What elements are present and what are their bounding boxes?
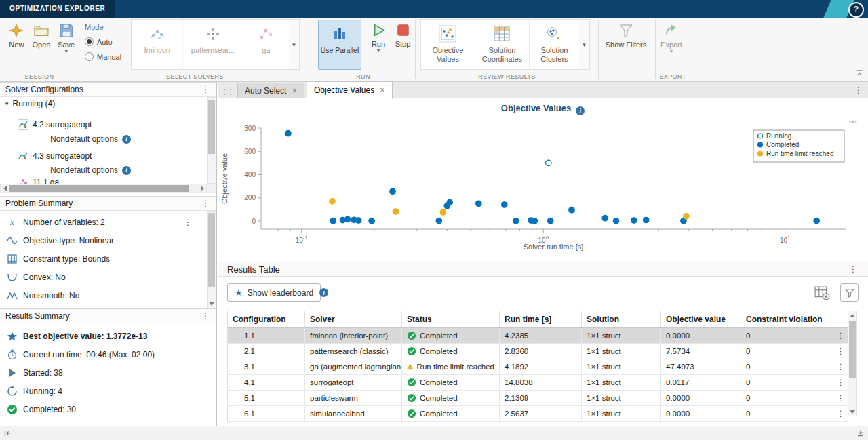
tab-strip-menu-icon[interactable]: ⋮ bbox=[853, 85, 864, 95]
run-dropdown-caret[interactable]: ▾ bbox=[377, 48, 380, 53]
help-button[interactable]: ? bbox=[848, 2, 864, 18]
save-dropdown-caret[interactable]: ▾ bbox=[65, 49, 68, 54]
run-time-cell[interactable]: 2.1309 bbox=[500, 391, 582, 406]
close-icon[interactable]: × bbox=[380, 87, 385, 94]
objective-value-cell[interactable]: 0.0000 bbox=[661, 406, 741, 422]
constraint-violation-cell[interactable]: 0 bbox=[741, 406, 833, 422]
solution-cell[interactable]: 1×1 struct bbox=[582, 406, 661, 422]
show-filters-button[interactable]: Show Filters bbox=[599, 18, 653, 49]
results-table-header[interactable]: Results Table ⋮ bbox=[218, 262, 868, 277]
configuration-cell[interactable]: 5.1 bbox=[228, 391, 305, 406]
radio-manual[interactable]: Manual bbox=[85, 52, 121, 61]
tree-item-surrogateopt-42[interactable]: 4.2 surrogateopt bbox=[18, 119, 92, 130]
configuration-cell[interactable]: 6.1 bbox=[228, 406, 305, 422]
status-cell[interactable]: Completed bbox=[402, 328, 500, 344]
scroll-right-arrow[interactable] bbox=[198, 184, 206, 193]
row-menu-icon[interactable]: ⋮ bbox=[833, 344, 848, 359]
solver-cell[interactable]: ga (augmented lagrangian) bbox=[305, 359, 402, 375]
gallery-item-objective-values[interactable]: ObjectiveValues bbox=[421, 20, 475, 69]
constraint-violation-cell[interactable]: 0 bbox=[741, 344, 833, 359]
run-time-cell[interactable]: 2.8360 bbox=[500, 344, 582, 359]
constraint-violation-cell[interactable]: 0 bbox=[741, 328, 833, 344]
objective-value-cell[interactable]: 47.4973 bbox=[661, 359, 741, 375]
solver-cell[interactable]: particleswarm bbox=[305, 391, 402, 406]
constraint-violation-cell[interactable]: 0 bbox=[741, 391, 833, 406]
scrollbar-thumb[interactable] bbox=[208, 100, 215, 154]
row-menu-icon[interactable]: ⋮ bbox=[833, 391, 848, 406]
chevron-down-icon[interactable]: ▾ bbox=[5, 100, 9, 107]
toolstrip-collapse-button[interactable] bbox=[855, 69, 864, 79]
scrollbar-thumb[interactable] bbox=[849, 321, 856, 378]
close-icon[interactable]: × bbox=[292, 87, 297, 94]
export-dropdown-caret[interactable]: ▾ bbox=[670, 49, 673, 54]
use-parallel-toggle[interactable]: Use Parallel bbox=[318, 20, 361, 70]
tab-strip-handle-icon[interactable]: ⋮⋮ bbox=[218, 88, 235, 98]
tree-horizontal-scrollbar[interactable] bbox=[0, 184, 207, 193]
new-button[interactable]: New bbox=[4, 18, 29, 54]
group-running[interactable]: ▾ Running (4) bbox=[5, 99, 55, 108]
stop-button[interactable]: Stop bbox=[390, 18, 416, 48]
save-button[interactable]: Save ▾ bbox=[54, 18, 79, 54]
table-row[interactable]: 6.1simulannealbndCompleted2.56371×1 stru… bbox=[228, 406, 848, 422]
collapse-sidebar-button[interactable] bbox=[3, 429, 12, 439]
run-time-cell[interactable]: 14.8038 bbox=[500, 375, 582, 391]
constraint-violation-cell[interactable]: 0 bbox=[741, 359, 833, 375]
solution-cell[interactable]: 1×1 struct bbox=[582, 359, 661, 375]
table-row[interactable]: 1.1fmincon (interior-point)Completed4.23… bbox=[228, 328, 848, 344]
panel-menu-icon[interactable]: ⋮ bbox=[200, 85, 211, 94]
status-cell[interactable]: Completed bbox=[402, 344, 500, 359]
collapse-bottom-button[interactable] bbox=[856, 429, 865, 439]
panel-problem-summary-header[interactable]: Problem Summary ⋮ bbox=[0, 196, 216, 211]
panel-menu-icon[interactable]: ⋮ bbox=[848, 264, 859, 274]
solver-cell[interactable]: surrogateopt bbox=[305, 375, 402, 391]
info-icon[interactable]: i bbox=[122, 135, 131, 144]
tab-objective-values[interactable]: Objective Values × bbox=[307, 81, 393, 99]
review-gallery-dropdown[interactable]: ▾ bbox=[579, 19, 590, 70]
solution-cell[interactable]: 1×1 struct bbox=[582, 375, 661, 391]
column-header-solution[interactable]: Solution bbox=[582, 311, 661, 328]
radio-auto[interactable]: Auto bbox=[85, 37, 121, 46]
status-cell[interactable]: Completed bbox=[402, 391, 500, 406]
status-cell[interactable]: Run time limit reached bbox=[402, 359, 500, 375]
solution-cell[interactable]: 1×1 struct bbox=[582, 391, 661, 406]
status-cell[interactable]: Completed bbox=[402, 375, 500, 391]
solution-cell[interactable]: 1×1 struct bbox=[582, 328, 661, 344]
panel-solver-configurations-header[interactable]: Solver Configurations ⋮ bbox=[0, 82, 216, 97]
gallery-item-patternsearch[interactable]: patternsear... bbox=[183, 20, 243, 69]
objective-value-cell[interactable]: 7.5734 bbox=[661, 344, 741, 359]
solver-cell[interactable]: fmincon (interior-point) bbox=[305, 328, 402, 344]
table-settings-button[interactable] bbox=[814, 285, 831, 304]
configuration-cell[interactable]: 3.1 bbox=[228, 359, 305, 375]
scrollbar-thumb[interactable] bbox=[9, 185, 189, 192]
tree-item-surrogateopt-43[interactable]: 4.3 surrogateopt bbox=[18, 151, 92, 161]
radio-auto-circle[interactable] bbox=[85, 37, 94, 46]
scroll-down-arrow[interactable] bbox=[848, 407, 856, 416]
configuration-cell[interactable]: 4.1 bbox=[228, 375, 305, 391]
configuration-cell[interactable]: 1.1 bbox=[228, 328, 305, 344]
column-header-configuration[interactable]: Configuration bbox=[228, 311, 305, 328]
column-header-solver[interactable]: Solver bbox=[305, 311, 402, 328]
tree-vertical-scrollbar[interactable] bbox=[207, 97, 216, 184]
scroll-left-arrow[interactable] bbox=[1, 184, 9, 193]
table-row[interactable]: 2.1patternsearch (classic)Completed2.836… bbox=[228, 344, 848, 359]
tab-auto-select[interactable]: Auto Select × bbox=[237, 83, 304, 98]
objective-values-scatter-plot[interactable]: 020040060080010-1100101Solver run time [… bbox=[218, 98, 868, 262]
panel-menu-icon[interactable]: ⋮ bbox=[200, 199, 211, 208]
solver-cell[interactable]: simulannealbnd bbox=[305, 406, 402, 422]
status-cell[interactable]: Completed bbox=[402, 406, 500, 422]
table-vertical-scrollbar[interactable] bbox=[848, 311, 857, 416]
scroll-up-arrow[interactable] bbox=[848, 311, 856, 319]
solution-cell[interactable]: 1×1 struct bbox=[582, 344, 661, 359]
objective-value-cell[interactable]: 0.0000 bbox=[661, 328, 741, 344]
table-filter-button[interactable] bbox=[840, 283, 859, 302]
open-button[interactable]: Open bbox=[29, 18, 54, 54]
table-row[interactable]: 3.1ga (augmented lagrangian)Run time lim… bbox=[228, 359, 848, 375]
column-header-constraint-violation[interactable]: Constraint violation bbox=[741, 311, 833, 328]
scrollbar-thumb[interactable] bbox=[208, 213, 215, 287]
table-row[interactable]: 5.1particleswarmCompleted2.13091×1 struc… bbox=[228, 391, 848, 406]
gallery-item-solution-coordinates[interactable]: SolutionCoordinates bbox=[475, 20, 530, 69]
column-header-run-time[interactable]: Run time [s] bbox=[500, 311, 582, 328]
run-time-cell[interactable]: 4.2385 bbox=[500, 328, 582, 344]
objective-value-cell[interactable]: 0.0000 bbox=[661, 391, 741, 406]
radio-manual-circle[interactable] bbox=[85, 52, 94, 61]
